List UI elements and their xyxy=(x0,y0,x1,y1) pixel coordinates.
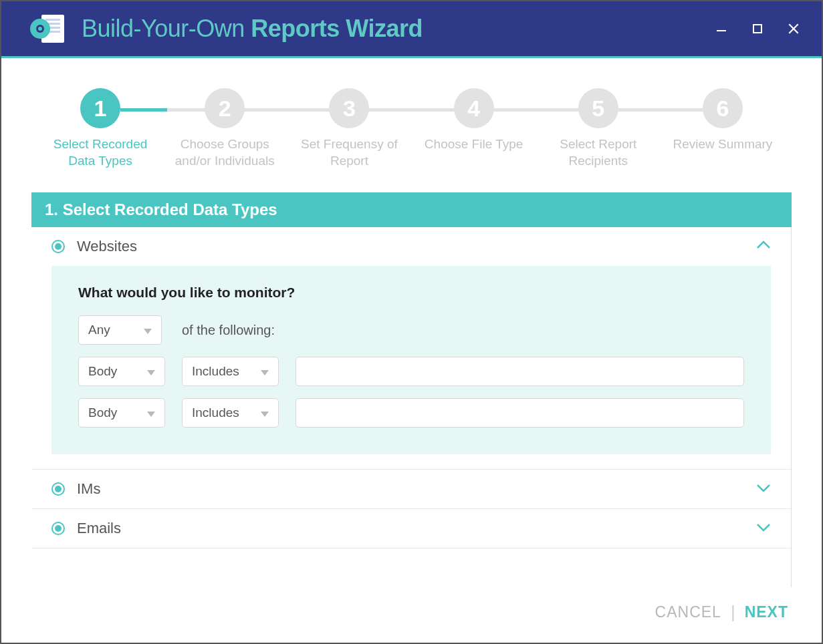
caret-down-icon xyxy=(261,406,269,420)
step-label: Select Report Recipients xyxy=(538,136,659,169)
chevron-down-icon xyxy=(756,522,771,534)
svg-rect-9 xyxy=(753,25,761,33)
rule-value-input[interactable] xyxy=(296,357,744,386)
accordion-title: Emails xyxy=(77,520,756,537)
titlebar: Build-Your-Own Reports Wizard xyxy=(1,1,822,58)
svg-point-7 xyxy=(38,27,42,31)
accordion-title: IMs xyxy=(77,480,756,498)
quantifier-row: Any of the following: xyxy=(78,315,744,345)
step-circle: 1 xyxy=(80,88,120,128)
rule-row-2: Body Includes xyxy=(78,398,744,428)
monitor-question: What would you like to monitor? xyxy=(78,285,744,301)
step-label: Select Recorded Data Types xyxy=(40,136,160,169)
accordion-title: Websites xyxy=(77,238,756,255)
field-dropdown[interactable]: Body xyxy=(78,398,165,428)
cancel-button[interactable]: CANCEL xyxy=(655,603,721,621)
caret-down-icon xyxy=(261,364,269,379)
data-type-websites: Websites What would you like to monitor?… xyxy=(31,227,791,470)
step-1[interactable]: 1 Select Recorded Data Types xyxy=(38,88,162,169)
quantifier-dropdown[interactable]: Any xyxy=(78,315,162,345)
caret-down-icon xyxy=(144,323,152,337)
chevron-down-icon xyxy=(756,483,771,495)
field-dropdown[interactable]: Body xyxy=(78,357,165,386)
svg-marker-12 xyxy=(144,329,152,334)
radio-selected-icon[interactable] xyxy=(51,522,65,535)
step-4[interactable]: 4 Choose File Type xyxy=(412,88,536,153)
minimize-button[interactable] xyxy=(713,21,729,37)
step-3[interactable]: 3 Set Frequensy of Report xyxy=(287,88,411,169)
websites-filter-panel: What would you like to monitor? Any of t… xyxy=(51,266,771,454)
following-label: of the following: xyxy=(182,323,275,338)
svg-marker-16 xyxy=(261,412,269,417)
step-circle: 5 xyxy=(578,88,618,128)
wizard-footer: CANCEL | NEXT xyxy=(1,587,822,643)
caret-down-icon xyxy=(147,406,155,420)
step-label: Set Frequensy of Report xyxy=(289,136,409,169)
reports-wizard-window: Build-Your-Own Reports Wizard 1 Select R… xyxy=(1,1,822,643)
accordion-header-emails[interactable]: Emails xyxy=(31,509,791,548)
titlebar-title: Build-Your-Own Reports Wizard xyxy=(82,15,713,43)
rule-row-1: Body Includes xyxy=(78,357,744,386)
section-header: 1. Select Recorded Data Types xyxy=(31,192,792,227)
accordion-header-ims[interactable]: IMs xyxy=(31,470,791,508)
next-button[interactable]: NEXT xyxy=(745,603,788,621)
dropdown-value: Any xyxy=(88,323,110,337)
step-label: Choose File Type xyxy=(425,136,523,153)
app-logo-icon xyxy=(28,12,68,45)
wizard-content: 1. Select Recorded Data Types Websites W… xyxy=(1,186,822,587)
step-2[interactable]: 2 Choose Groups and/or Individuals xyxy=(162,88,287,169)
dropdown-value: Body xyxy=(88,406,117,420)
dropdown-value: Includes xyxy=(192,406,239,420)
svg-marker-14 xyxy=(261,370,269,375)
step-5[interactable]: 5 Select Report Recipients xyxy=(536,88,661,169)
accordion-header-websites[interactable]: Websites xyxy=(31,227,791,266)
title-bold: Reports Wizard xyxy=(251,15,423,42)
footer-divider: | xyxy=(731,602,735,623)
wizard-stepper: 1 Select Recorded Data Types 2 Choose Gr… xyxy=(1,58,822,186)
title-light: Build-Your-Own xyxy=(82,15,251,42)
step-circle: 2 xyxy=(205,88,245,128)
radio-selected-icon[interactable] xyxy=(51,482,65,496)
dropdown-value: Includes xyxy=(192,364,239,379)
caret-down-icon xyxy=(147,364,155,379)
maximize-button[interactable] xyxy=(749,21,766,37)
radio-selected-icon[interactable] xyxy=(51,240,65,253)
svg-marker-13 xyxy=(147,370,155,375)
data-type-ims: IMs xyxy=(31,470,791,509)
svg-rect-1 xyxy=(45,19,60,21)
dropdown-value: Body xyxy=(88,364,117,379)
close-button[interactable] xyxy=(786,21,802,37)
rule-value-input[interactable] xyxy=(296,398,744,428)
step-label: Review Summary xyxy=(673,136,773,153)
operator-dropdown[interactable]: Includes xyxy=(182,357,279,386)
step-6[interactable]: 6 Review Summary xyxy=(661,88,785,153)
chevron-up-icon xyxy=(756,240,771,253)
window-controls xyxy=(713,21,802,37)
operator-dropdown[interactable]: Includes xyxy=(182,398,279,428)
step-circle: 4 xyxy=(454,88,494,128)
data-types-list[interactable]: Websites What would you like to monitor?… xyxy=(31,227,792,587)
step-circle: 3 xyxy=(329,88,369,128)
step-label: Choose Groups and/or Individuals xyxy=(164,136,285,169)
svg-marker-15 xyxy=(147,412,155,417)
data-type-emails: Emails xyxy=(31,509,791,548)
step-circle: 6 xyxy=(703,88,743,128)
